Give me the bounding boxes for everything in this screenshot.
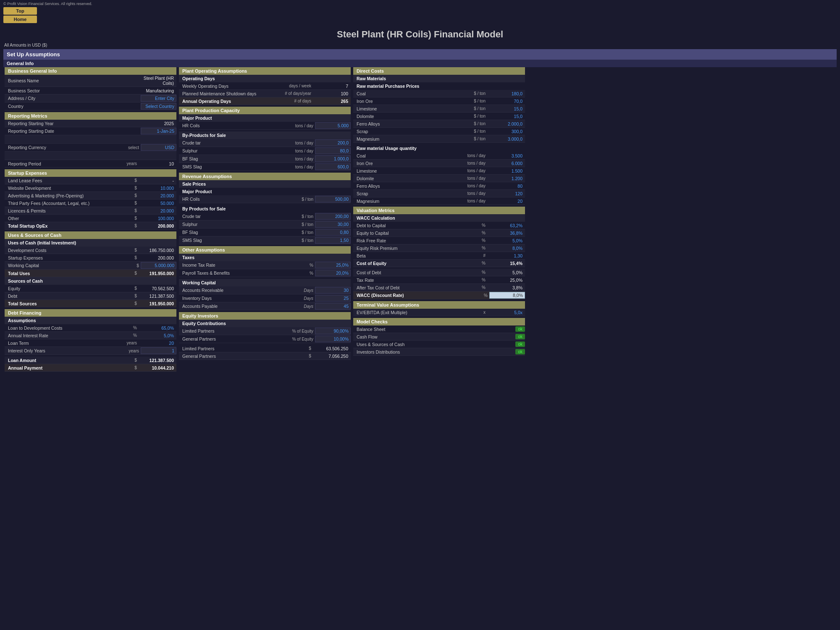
dolomite-usage-label: Dolomite [353,176,454,181]
scrap-price-label: Scrap [353,129,454,134]
ar-input[interactable] [315,287,351,294]
reporting-currency-input[interactable] [141,144,176,151]
website-dev-label: Website Development [5,185,133,191]
business-sector-label: Business Sector [5,88,139,94]
bf-slag-cap-input[interactable] [315,155,351,162]
ferro-alloys-usage-label: Ferro Alloys [353,183,454,189]
income-tax-input[interactable] [315,262,351,268]
inventory-input[interactable] [315,295,351,302]
total-sources-label: Total Sources [5,301,133,307]
planned-maint-label: Planned Maintenance Shutdown days [179,91,279,97]
advertising-value: 20.000 [139,193,176,199]
address-input[interactable] [141,95,176,102]
working-cap-input[interactable] [141,262,176,269]
sulphur-cap-label: Sulphur [179,148,281,154]
business-name-label: Business Name [5,78,139,84]
hr-coils-cap-input[interactable] [315,122,351,129]
ap-input[interactable] [315,303,351,310]
bf-slag-rev-input[interactable] [315,229,351,236]
sulphur-cap-input[interactable] [315,147,351,154]
reporting-year-value: 2025 [139,121,176,126]
limited-amt-label: Limited Partners [179,346,307,352]
uses-sources-header: Uses & Sources of Cash [5,231,176,239]
reporting-date-input[interactable] [141,128,176,134]
sulphur-cap-unit: tons / day [281,149,315,153]
scrap-usage-unit: tons / day [454,191,487,196]
sale-prices-header: Sale Prices [179,180,351,188]
annual-op-days-unit: # of days [279,99,313,103]
iron-ore-price-unit: $ / ton [454,99,487,103]
reporting-period-label: Reporting Period [5,161,122,167]
income-tax-unit: % [281,263,315,268]
business-general-header: Business General Info [5,67,176,75]
scrap-price-unit: $ / ton [454,129,487,134]
ferro-alloys-price-value: 2.000,0 [487,121,525,127]
planned-maint-value: 100 [313,91,351,97]
reporting-period-value: 10 [139,161,176,167]
raw-materials-header: Raw Materials [353,75,525,82]
annual-payment-label: Annual Payment [5,365,133,371]
other-assumptions-header: Other Assumptions [179,246,351,254]
cost-debt-value: 5,0% [487,270,525,276]
third-party-value: 50.000 [139,200,176,206]
top-button[interactable]: Top [3,7,37,15]
licences-label: Licences & Permits [5,208,133,214]
equity-risk-value: 8,0% [487,245,525,251]
interest-rate-value: 5,0% [139,333,176,339]
other-startup-label: Other [5,215,133,221]
reporting-header: Reporting Metrics [5,112,176,120]
coal-price-label: Coal [353,91,454,97]
magnesium-price-value: 3.000,0 [487,136,525,142]
wacc-discount-label: WACC (Discount Rate) [353,292,456,298]
home-button[interactable]: Home [3,16,37,23]
hr-coils-rev-unit: $ / ton [281,197,315,202]
limited-pct-input[interactable] [315,328,351,334]
after-tax-value: 3,8% [487,285,525,291]
general-pct-unit: % of Equity [281,337,315,341]
income-tax-label: Income Tax Rate [179,262,281,268]
cash-flow-label: Cash Flow [353,334,515,340]
direct-costs-header: Direct Costs [353,67,525,75]
reporting-currency-label: Reporting Currency [5,144,124,150]
wacc-discount-unit: % [456,293,489,298]
cost-equity-label: Cost of Equity [353,260,454,266]
sms-slag-rev-input[interactable] [315,237,351,244]
crude-tar-cap-input[interactable] [315,139,351,146]
after-tax-label: After Tax Cost of Debt [353,285,454,291]
total-startup-label: Total Startup OpEx [5,223,133,229]
hr-coils-cap-label: HR Coils [179,123,281,129]
ferro-alloys-price-unit: $ / ton [454,121,487,126]
ferro-alloys-usage-unit: tons / day [454,184,487,188]
wacc-discount-input[interactable] [489,292,525,299]
ev-ebitda-value: 5,0x [487,310,525,315]
country-input[interactable] [141,103,176,110]
operating-days-header: Operating Days [179,75,351,82]
beta-unit: # [454,253,487,258]
general-pct-input[interactable] [315,336,351,342]
balance-sheet-label: Balance Sheet [353,326,515,332]
scrap-usage-value: 120 [487,191,525,197]
ar-label: Accounts Receivable [179,287,281,293]
magnesium-usage-unit: tons / day [454,199,487,203]
interest-only-input[interactable] [141,347,176,354]
currency-label: All Amounts in USD ($) [0,42,840,49]
dolomite-price-label: Dolomite [353,113,454,119]
total-uses-label: Total Uses [5,270,133,276]
equity-risk-label: Equity Risk Premium [353,245,454,251]
rev-major-product-label: Major Product [179,188,351,195]
business-sector-value: Manufacturing [139,88,176,94]
cost-equity-value: 15,4% [487,260,525,266]
sms-slag-cap-input[interactable] [315,163,351,170]
payroll-tax-input[interactable] [315,270,351,276]
cash-flow-status: ok [515,334,525,339]
sulphur-rev-input[interactable] [315,221,351,228]
reporting-currency-unit: select [124,145,141,150]
purchase-prices-header: Raw material Purchase Prices [353,82,525,90]
annual-op-days-label: Annual Operating Days [179,98,279,104]
risk-free-label: Risk Free Rate [353,238,454,244]
interest-only-label: Interest Only Years [5,348,120,354]
hr-coils-rev-input[interactable] [315,196,351,202]
general-amt-label: General Partners [179,353,307,359]
crude-tar-rev-input[interactable] [315,213,351,220]
ferro-alloys-usage-value: 80 [487,183,525,189]
